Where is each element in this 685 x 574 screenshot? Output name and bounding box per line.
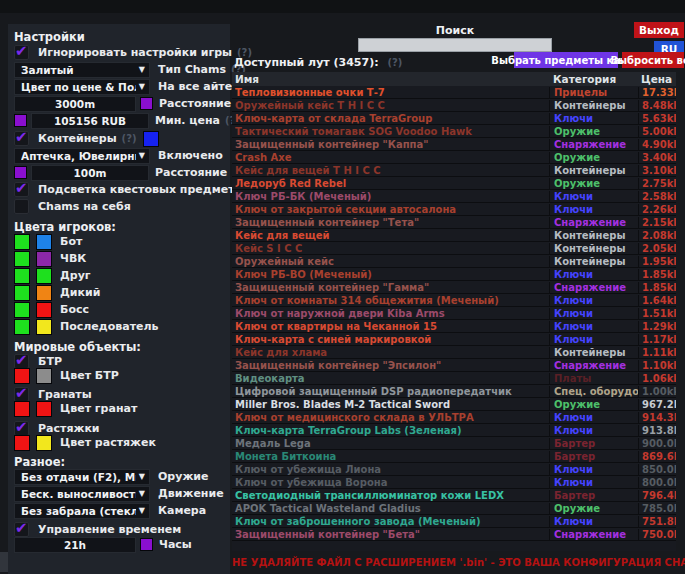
item-category: Снаряжение [549, 282, 638, 293]
help-icon[interactable]: (?) [122, 133, 137, 144]
distance-color-swatch[interactable] [140, 97, 153, 110]
table-row[interactable]: Кейс для вещей T H I C CКонтейнеры3.10kk [232, 164, 676, 177]
table-row[interactable]: Тактический томагавк SOG Voodoo HawkОруж… [232, 125, 676, 138]
containers-checkbox[interactable]: ✔ [14, 131, 29, 146]
misc-title: Разное: [14, 455, 65, 469]
player-color-swatch-1[interactable] [14, 285, 30, 301]
table-row[interactable]: Ключ-карта от склада TerraGroupКлючи5.63… [232, 112, 676, 125]
grenades-color-swatch-2[interactable] [36, 401, 52, 417]
table-row[interactable]: Защищенный контейнер "Эпсилон"Снаряжение… [232, 359, 676, 372]
table-row[interactable]: Тепловизионные очки Т-7Прицелы17.33kk [232, 86, 676, 99]
player-color-swatch-2[interactable] [36, 234, 52, 250]
table-row[interactable]: ВидеокартаПлаты1.06kk [232, 372, 676, 385]
table-row[interactable]: Ключ от комнаты 314 общежития (Меченый)К… [232, 294, 676, 307]
btr-color-swatch-2[interactable] [36, 368, 52, 384]
table-row[interactable]: Защищенный контейнер "Бета"Снаряжение750… [232, 528, 676, 541]
containers-filter-dropdown[interactable]: Аптечка, Ювелирные и... ▼ [14, 148, 150, 164]
player-color-swatch-1[interactable] [14, 268, 30, 284]
search-input[interactable] [358, 38, 552, 52]
containers-distance-color-swatch[interactable] [14, 166, 27, 179]
table-row[interactable]: Кейс S I C CКонтейнеры2.05kk [232, 242, 676, 255]
btr-color-swatch-1[interactable] [14, 368, 30, 384]
item-price: 1.06kk [638, 373, 676, 384]
table-row[interactable]: Ключ РБ-ВО (Меченый)Ключи1.85kk [232, 268, 676, 281]
hours-color-swatch[interactable] [140, 538, 153, 551]
drop-all-button[interactable]: Выбросить все [622, 52, 684, 68]
table-row[interactable]: Crash AxeОружие3.40kk [232, 151, 676, 164]
help-icon[interactable]: (?) [387, 57, 402, 68]
player-color-swatch-2[interactable] [36, 285, 52, 301]
quest-highlight-checkbox[interactable]: ✔ [14, 182, 29, 197]
player-color-swatch-2[interactable] [36, 268, 52, 284]
item-price: 1.00kk [638, 386, 676, 397]
player-color-swatch-1[interactable] [14, 251, 30, 267]
exit-button[interactable]: Выход [634, 22, 684, 38]
item-category: Ключи [549, 425, 638, 436]
table-row[interactable]: APOK Tactical Wasteland GladiusОружие785… [232, 502, 676, 515]
column-header-name[interactable]: Имя [232, 73, 549, 85]
distance-input[interactable]: 3000m [14, 96, 136, 112]
camera-value: Без забрала (стекло шлема) [21, 505, 136, 517]
weapon-dropdown[interactable]: Без отдачи (F2), Мгновенное п ▼ [14, 469, 150, 485]
containers-color-swatch[interactable] [143, 131, 159, 147]
table-row[interactable]: Ключ от медицинского склада в УЛЬТРАКлюч… [232, 411, 676, 424]
camera-dropdown[interactable]: Без забрала (стекло шлема) ▼ [14, 503, 150, 519]
table-row[interactable]: Цифровой защищенный DSP радиопередатчикС… [232, 385, 676, 398]
table-row[interactable]: Ключ от закрытой секции автосалонаКлючи2… [232, 203, 676, 216]
item-name: Тепловизионные очки Т-7 [232, 87, 549, 98]
min-price-input[interactable]: 105156 RUB [31, 113, 149, 129]
table-row[interactable]: Ключ от убежища ЛионаКлючи850.0k [232, 463, 676, 476]
containers-distance-input[interactable]: 100m [31, 165, 149, 181]
table-row[interactable]: Ледоруб Red RebelОружие2.75kk [232, 177, 676, 190]
chams-self-checkbox[interactable]: ✔ [14, 199, 29, 214]
ignore-game-settings-checkbox[interactable]: ✔ [14, 45, 29, 60]
table-row[interactable]: Кейс для хламаКонтейнеры1.11kk [232, 346, 676, 359]
table-row[interactable]: Защищенный контейнер "Тета"Снаряжение2.1… [232, 216, 676, 229]
movement-dropdown[interactable]: Беск. выносливость и нет уста ▼ [14, 486, 150, 502]
item-name: Miller Bros. Blades M-2 Tactical Sword [232, 399, 549, 410]
time-control-checkbox[interactable]: ✔ [14, 522, 29, 537]
player-color-swatch-2[interactable] [36, 251, 52, 267]
table-row[interactable]: Медаль LegaБартер900.0k [232, 437, 676, 450]
player-color-swatch-2[interactable] [36, 302, 52, 318]
table-row[interactable]: Ключ РБ-БК (Меченый)Ключи2.58kk [232, 190, 676, 203]
table-row[interactable]: Ключ от наружной двери Kiba ArmsКлючи1.5… [232, 307, 676, 320]
item-price: 2.08kk [638, 230, 676, 241]
table-row[interactable]: Оружейный кейсКонтейнеры1.95kk [232, 255, 676, 268]
item-name: Защищенный контейнер "Тета" [232, 217, 549, 228]
table-row[interactable]: Оружейный кейс T H I C CКонтейнеры8.48kk [232, 99, 676, 112]
player-color-swatch-1[interactable] [14, 302, 30, 318]
player-color-swatch-2[interactable] [36, 319, 52, 335]
min-price-color-swatch[interactable] [14, 114, 27, 127]
item-price: 800.0k [638, 477, 676, 488]
table-row[interactable]: Светодиодный трансиллюминатор кожи LEDXБ… [232, 489, 676, 502]
chevron-down-icon: ▼ [139, 489, 145, 498]
table-row[interactable]: Защищенный контейнер "Гамма"Снаряжение1.… [232, 281, 676, 294]
table-row[interactable]: Ключ-карта TerraGroup Labs (Зеленая)Ключ… [232, 424, 676, 437]
chams-type-dropdown[interactable]: Залитый ▼ [14, 62, 150, 78]
tripwires-color-swatch-1[interactable] [14, 435, 30, 451]
table-row[interactable]: Ключ от заброшенного завода (Меченый)Клю… [232, 515, 676, 528]
table-row[interactable]: Защищенный контейнер "Каппа"Снаряжение4.… [232, 138, 676, 151]
table-row[interactable]: Ключ от квартиры на Чеканной 15Ключи1.29… [232, 320, 676, 333]
player-color-label: Друг [60, 269, 91, 282]
player-color-swatch-1[interactable] [14, 234, 30, 250]
player-color-swatch-1[interactable] [14, 319, 30, 335]
hours-input[interactable]: 21h [14, 537, 136, 553]
player-color-label: Бот [60, 235, 82, 248]
loot-title-text: Доступный лут (3457): [234, 56, 379, 69]
table-row[interactable]: Miller Bros. Blades M-2 Tactical SwordОр… [232, 398, 676, 411]
table-row[interactable]: Ключ от убежища ВоронаКлючи800.0k [232, 476, 676, 489]
all-items-dropdown[interactable]: Цвет по цене & Пользователь ▼ [14, 79, 150, 95]
column-header-category[interactable]: Категория [549, 73, 638, 85]
column-header-price[interactable]: Цена [638, 73, 676, 85]
table-row[interactable]: Кейс для вещейКонтейнеры2.08kk [232, 229, 676, 242]
item-price: 1.17kk [638, 334, 676, 345]
select-kappa-items-button[interactable]: Выбрать предметы каппа [514, 52, 618, 68]
table-row[interactable]: Монета БиткоинаБартер869.6k [232, 450, 676, 463]
table-row[interactable]: Ключ-карта с синей маркировкойКлючи1.17k… [232, 333, 676, 346]
tripwires-color-swatch-2[interactable] [36, 435, 52, 451]
item-price: 900.0k [638, 438, 676, 449]
grenades-color-swatch-1[interactable] [14, 401, 30, 417]
table-row[interactable] [232, 541, 676, 551]
